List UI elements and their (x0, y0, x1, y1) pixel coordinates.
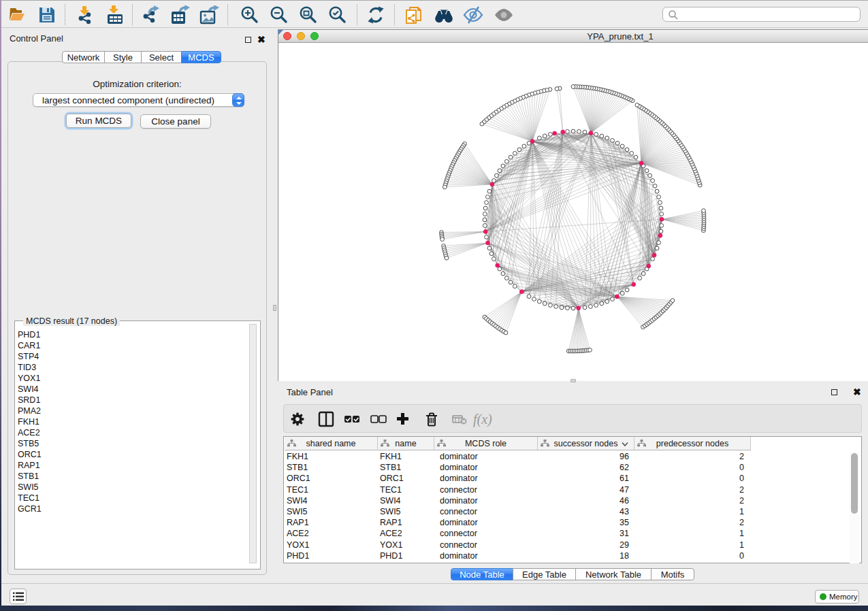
svg-text:f(x): f(x) (473, 412, 492, 427)
